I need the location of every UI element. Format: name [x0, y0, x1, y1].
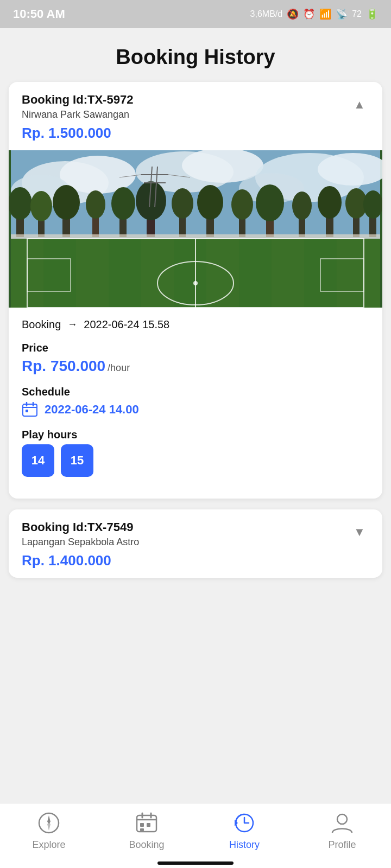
nav-label-explore: Explore [32, 839, 65, 851]
nav-item-explore[interactable]: Explore [16, 810, 81, 851]
svg-rect-66 [26, 410, 28, 412]
svg-rect-48 [109, 239, 141, 308]
play-hours-chips: 14 15 [22, 444, 369, 477]
total-price-0: Rp. 1.500.000 [22, 125, 133, 142]
wifi-icon: 📡 [336, 8, 348, 20]
status-time: 10:50 AM [13, 7, 65, 21]
svg-point-10 [9, 187, 32, 220]
status-icons: 3,6MB/d 🔕 ⏰ 📶 📡 72 🔋 [250, 8, 378, 20]
alarm-icon: ⏰ [303, 8, 315, 20]
status-bar: 10:50 AM 3,6MB/d 🔕 ⏰ 📶 📡 72 🔋 [0, 0, 391, 28]
nav-label-history: History [229, 839, 260, 851]
compass-icon [36, 810, 62, 836]
venue-name-0: Nirwana Park Sawangan [22, 109, 133, 120]
calendar-nav-icon [134, 810, 160, 836]
svg-rect-49 [141, 239, 174, 308]
price-amount: Rp. 750.000 [22, 358, 105, 375]
price-label: Price [22, 342, 369, 354]
history-icon [231, 810, 257, 836]
svg-point-59 [193, 281, 198, 285]
booking-card-0: Booking Id:TX-5972 Nirwana Park Sawangan… [9, 82, 382, 499]
svg-rect-76 [147, 823, 150, 827]
schedule-row-0: Schedule 2022-06-24 14.00 [22, 386, 369, 418]
svg-rect-62 [23, 404, 37, 416]
price-row: Price Rp. 750.000 /hour [22, 342, 369, 375]
home-indicator [157, 861, 234, 865]
play-hours-label: Play hours [22, 429, 369, 441]
expand-collapse-0[interactable]: ▲ [350, 95, 369, 114]
arrow-icon: → [67, 319, 77, 330]
page-title: Booking History [0, 28, 391, 82]
bottom-nav: Explore Booking History [0, 803, 391, 868]
booking-card-1: Booking Id:TX-7549 Lapangan Sepakbola As… [9, 509, 382, 578]
svg-point-30 [292, 192, 312, 220]
svg-point-32 [318, 186, 342, 219]
svg-point-28 [256, 184, 284, 221]
schedule-date-row: 2022-06-24 14.00 [22, 401, 369, 418]
nav-item-profile[interactable]: Profile [310, 810, 375, 851]
svg-marker-70 [47, 823, 51, 831]
booking-id-1: Booking Id:TX-7549 [22, 520, 139, 534]
price-value-0: Rp. 750.000 /hour [22, 358, 369, 375]
svg-point-14 [53, 185, 80, 220]
person-icon [329, 810, 355, 836]
nav-label-booking: Booking [129, 839, 164, 851]
card-header-1: Booking Id:TX-7549 Lapangan Sepakbola As… [9, 509, 382, 578]
hour-chip-14: 14 [22, 444, 54, 477]
nav-label-profile: Profile [328, 839, 356, 851]
network-label: 3,6MB/d [250, 9, 283, 19]
svg-rect-52 [239, 239, 272, 308]
svg-point-22 [172, 188, 193, 219]
booking-date: 2022-06-24 15.58 [84, 318, 169, 331]
svg-point-80 [337, 814, 347, 824]
field-image-0 [9, 150, 382, 308]
page-content: Booking History Booking Id:TX-5972 Nirwa… [0, 28, 391, 868]
booking-date-row: Booking → 2022-06-24 15.58 [22, 318, 369, 331]
svg-rect-77 [140, 828, 144, 831]
booking-details-0: Booking → 2022-06-24 15.58 Price Rp. 750… [9, 308, 382, 499]
calendar-icon [22, 401, 38, 418]
svg-rect-47 [76, 239, 109, 308]
price-unit: /hour [108, 362, 130, 374]
schedule-label: Schedule [22, 386, 369, 398]
svg-rect-75 [140, 823, 144, 827]
card-header-left-0: Booking Id:TX-5972 Nirwana Park Sawangan… [22, 93, 133, 142]
svg-rect-55 [337, 239, 380, 308]
mute-icon: 🔕 [287, 8, 299, 20]
battery-icon: 🔋 [366, 8, 378, 20]
venue-name-1: Lapangan Sepakbola Astro [22, 537, 139, 548]
nav-item-history[interactable]: History [212, 810, 277, 851]
booking-label: Booking [22, 318, 61, 331]
svg-point-24 [197, 185, 223, 220]
card-header-left-1: Booking Id:TX-7549 Lapangan Sepakbola As… [22, 520, 139, 569]
svg-rect-46 [43, 239, 76, 308]
svg-rect-53 [272, 239, 304, 308]
svg-point-18 [111, 187, 135, 220]
battery-label: 72 [352, 9, 362, 19]
svg-point-36 [363, 190, 382, 219]
svg-rect-50 [174, 239, 206, 308]
hour-chip-15: 15 [61, 444, 93, 477]
schedule-date: 2022-06-24 14.00 [45, 403, 139, 417]
nav-item-booking[interactable]: Booking [114, 810, 179, 851]
svg-point-12 [30, 191, 52, 221]
signal-icon: 📶 [319, 8, 331, 20]
svg-point-26 [231, 189, 253, 220]
total-price-1: Rp. 1.400.000 [22, 552, 139, 569]
expand-collapse-1[interactable]: ▼ [350, 522, 369, 542]
svg-rect-51 [206, 239, 239, 308]
booking-id-0: Booking Id:TX-5972 [22, 93, 133, 107]
card-header-0: Booking Id:TX-5972 Nirwana Park Sawangan… [9, 82, 382, 150]
svg-point-16 [86, 190, 105, 219]
svg-marker-69 [47, 815, 51, 823]
play-hours-row: Play hours 14 15 [22, 429, 369, 477]
